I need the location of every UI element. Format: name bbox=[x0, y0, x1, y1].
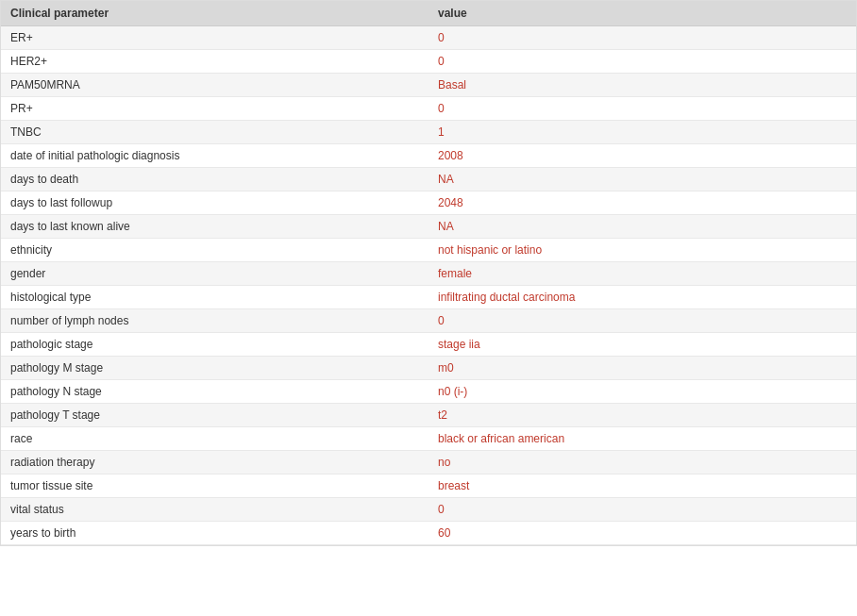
param-value-cell: 1 bbox=[428, 121, 856, 144]
table-row: pathology T staget2 bbox=[1, 404, 856, 427]
param-name-cell: gender bbox=[1, 262, 428, 286]
param-name-cell: days to last known alive bbox=[1, 215, 428, 239]
param-value-cell: m0 bbox=[428, 357, 856, 380]
param-value-cell: breast bbox=[428, 474, 856, 498]
param-value-cell: n0 (i-) bbox=[428, 380, 856, 404]
param-value-cell: 2008 bbox=[428, 144, 856, 168]
param-value-cell: 2048 bbox=[428, 191, 856, 215]
param-value-cell: 0 bbox=[428, 309, 856, 333]
param-name-cell: PAM50MRNA bbox=[1, 74, 428, 97]
param-value-cell: stage iia bbox=[428, 333, 856, 357]
table-header-row: Clinical parameter value bbox=[1, 1, 856, 26]
table-row: number of lymph nodes0 bbox=[1, 309, 856, 333]
param-value-cell: no bbox=[428, 451, 856, 474]
param-value-cell: female bbox=[428, 262, 856, 286]
param-name-cell: years to birth bbox=[1, 522, 428, 545]
param-value-cell: 0 bbox=[428, 97, 856, 121]
table-row: pathology M stagem0 bbox=[1, 357, 856, 380]
table-row: date of initial pathologic diagnosis2008 bbox=[1, 144, 856, 168]
param-name-cell: tumor tissue site bbox=[1, 474, 428, 498]
table-row: genderfemale bbox=[1, 262, 856, 286]
param-value-cell: 60 bbox=[428, 522, 856, 545]
param-name-cell: number of lymph nodes bbox=[1, 309, 428, 333]
table-row: pathology N stagen0 (i-) bbox=[1, 380, 856, 404]
param-name-cell: race bbox=[1, 427, 428, 451]
param-value-cell: Basal bbox=[428, 74, 856, 97]
param-name-cell: days to death bbox=[1, 168, 428, 191]
param-name-cell: radiation therapy bbox=[1, 451, 428, 474]
param-name-cell: vital status bbox=[1, 498, 428, 522]
param-value-cell: not hispanic or latino bbox=[428, 239, 856, 262]
table-row: days to deathNA bbox=[1, 168, 856, 191]
table-row: PR+0 bbox=[1, 97, 856, 121]
param-value-cell: 0 bbox=[428, 50, 856, 74]
param-value-cell: 0 bbox=[428, 498, 856, 522]
param-name-cell: pathology T stage bbox=[1, 404, 428, 427]
table-row: ER+0 bbox=[1, 26, 856, 50]
param-name-cell: TNBC bbox=[1, 121, 428, 144]
table-row: PAM50MRNABasal bbox=[1, 74, 856, 97]
table-row: TNBC1 bbox=[1, 121, 856, 144]
param-value-cell: black or african american bbox=[428, 427, 856, 451]
param-name-cell: pathology N stage bbox=[1, 380, 428, 404]
table-row: days to last followup2048 bbox=[1, 191, 856, 215]
table-row: raceblack or african american bbox=[1, 427, 856, 451]
param-name-cell: ethnicity bbox=[1, 239, 428, 262]
param-value-cell: t2 bbox=[428, 404, 856, 427]
param-value-cell: 0 bbox=[428, 26, 856, 50]
table-row: years to birth60 bbox=[1, 522, 856, 545]
table-row: tumor tissue sitebreast bbox=[1, 474, 856, 498]
param-name-cell: histological type bbox=[1, 286, 428, 309]
clinical-parameters-table: Clinical parameter value ER+0HER2+0PAM50… bbox=[0, 0, 857, 546]
header-clinical-parameter: Clinical parameter bbox=[1, 1, 428, 26]
param-value-cell: NA bbox=[428, 215, 856, 239]
param-name-cell: days to last followup bbox=[1, 191, 428, 215]
table-row: ethnicitynot hispanic or latino bbox=[1, 239, 856, 262]
param-name-cell: ER+ bbox=[1, 26, 428, 50]
param-value-cell: NA bbox=[428, 168, 856, 191]
table-row: days to last known aliveNA bbox=[1, 215, 856, 239]
param-name-cell: date of initial pathologic diagnosis bbox=[1, 144, 428, 168]
param-name-cell: pathology M stage bbox=[1, 357, 428, 380]
param-name-cell: pathologic stage bbox=[1, 333, 428, 357]
param-name-cell: PR+ bbox=[1, 97, 428, 121]
table-row: radiation therapyno bbox=[1, 451, 856, 474]
table-row: vital status0 bbox=[1, 498, 856, 522]
param-name-cell: HER2+ bbox=[1, 50, 428, 74]
table-row: histological typeinfiltrating ductal car… bbox=[1, 286, 856, 309]
table-row: pathologic stagestage iia bbox=[1, 333, 856, 357]
header-value: value bbox=[428, 1, 856, 26]
table-row: HER2+0 bbox=[1, 50, 856, 74]
param-value-cell: infiltrating ductal carcinoma bbox=[428, 286, 856, 309]
